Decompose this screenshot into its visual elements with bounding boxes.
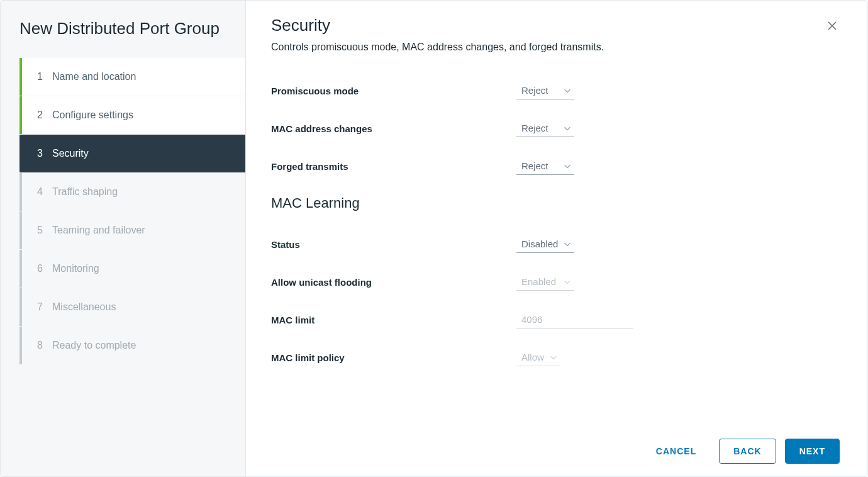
step-indicator <box>19 288 22 326</box>
step-number: 7 <box>37 301 52 313</box>
step-indicator <box>19 96 22 134</box>
row-allow-unicast-flooding: Allow unicast flooding Enabled <box>271 273 842 291</box>
step-number: 3 <box>37 148 52 159</box>
select-value: Reject <box>521 160 548 171</box>
label-allow-unicast-flooding: Allow unicast flooding <box>271 277 516 288</box>
step-label: Configure settings <box>52 109 133 121</box>
chevron-down-icon <box>549 353 558 362</box>
step-indicator <box>19 250 22 288</box>
label-promiscuous-mode: Promiscuous mode <box>271 86 516 96</box>
step-traffic-shaping: 4 Traffic shaping <box>19 173 245 211</box>
step-label: Security <box>52 148 89 159</box>
select-allow-unicast-flooding: Enabled <box>516 273 574 291</box>
step-indicator <box>19 327 22 364</box>
row-mac-limit-policy: MAC limit policy Allow <box>271 349 842 366</box>
step-name-and-location[interactable]: 1 Name and location <box>19 58 245 96</box>
step-indicator <box>19 135 22 172</box>
close-button[interactable] <box>822 16 842 36</box>
step-number: 1 <box>37 71 52 82</box>
chevron-down-icon <box>563 162 572 171</box>
page-header: Security Controls promiscuous mode, MAC … <box>271 16 842 82</box>
select-mac-address-changes[interactable]: Reject <box>516 120 574 137</box>
row-status: Status Disabled <box>271 235 842 253</box>
wizard-dialog: New Distributed Port Group 1 Name and lo… <box>0 0 868 477</box>
step-number: 4 <box>37 186 52 198</box>
step-monitoring: 6 Monitoring <box>19 250 245 288</box>
cancel-button[interactable]: CANCEL <box>642 439 710 464</box>
step-number: 8 <box>37 340 52 351</box>
step-label: Teaming and failover <box>52 225 145 236</box>
label-mac-address-changes: MAC address changes <box>271 123 516 134</box>
step-security[interactable]: 3 Security <box>19 135 245 172</box>
input-mac-limit <box>516 311 633 328</box>
page-title: Security <box>271 16 822 35</box>
chevron-down-icon <box>563 278 572 286</box>
step-configure-settings[interactable]: 2 Configure settings <box>19 96 245 134</box>
page-subtitle: Controls promiscuous mode, MAC address c… <box>271 42 822 53</box>
step-miscellaneous: 7 Miscellaneous <box>19 288 245 326</box>
step-ready-to-complete: 8 Ready to complete <box>19 327 245 364</box>
label-mac-limit-policy: MAC limit policy <box>271 352 516 363</box>
step-indicator <box>19 58 22 96</box>
label-forged-transmits: Forged transmits <box>271 161 516 172</box>
next-button[interactable]: NEXT <box>785 439 840 464</box>
row-mac-limit: MAC limit <box>271 311 842 328</box>
chevron-down-icon <box>563 240 572 249</box>
step-indicator <box>19 173 22 211</box>
step-teaming-and-failover: 5 Teaming and failover <box>19 211 245 249</box>
wizard-title: New Distributed Port Group <box>1 18 245 58</box>
chevron-down-icon <box>563 86 572 95</box>
row-mac-address-changes: MAC address changes Reject <box>271 120 842 137</box>
step-label: Monitoring <box>52 263 99 274</box>
wizard-main: Security Controls promiscuous mode, MAC … <box>246 1 867 476</box>
step-number: 2 <box>37 109 52 121</box>
chevron-down-icon <box>563 124 572 133</box>
select-value: Reject <box>521 85 548 96</box>
step-number: 5 <box>37 225 52 236</box>
wizard-steps: 1 Name and location 2 Configure settings… <box>1 58 245 365</box>
select-value: Enabled <box>521 276 556 287</box>
select-value: Allow <box>521 352 544 362</box>
step-indicator <box>19 211 22 249</box>
select-mac-limit-policy: Allow <box>516 349 560 366</box>
select-value: Reject <box>521 123 548 133</box>
back-button[interactable]: BACK <box>719 439 776 464</box>
step-label: Name and location <box>52 71 136 82</box>
wizard-footer: CANCEL BACK NEXT <box>271 426 842 476</box>
form-area: Promiscuous mode Reject MAC address chan… <box>271 82 842 426</box>
row-forged-transmits: Forged transmits Reject <box>271 157 842 175</box>
section-mac-learning: MAC Learning <box>271 195 842 211</box>
label-status: Status <box>271 239 516 250</box>
select-status[interactable]: Disabled <box>516 235 574 253</box>
step-label: Ready to complete <box>52 340 136 351</box>
wizard-sidebar: New Distributed Port Group 1 Name and lo… <box>1 1 246 476</box>
select-value: Disabled <box>521 239 558 249</box>
select-forged-transmits[interactable]: Reject <box>516 157 574 175</box>
label-mac-limit: MAC limit <box>271 315 516 325</box>
close-icon <box>827 21 837 31</box>
step-label: Miscellaneous <box>52 301 116 313</box>
step-label: Traffic shaping <box>52 186 118 198</box>
select-promiscuous-mode[interactable]: Reject <box>516 82 574 99</box>
row-promiscuous-mode: Promiscuous mode Reject <box>271 82 842 99</box>
step-number: 6 <box>37 263 52 274</box>
